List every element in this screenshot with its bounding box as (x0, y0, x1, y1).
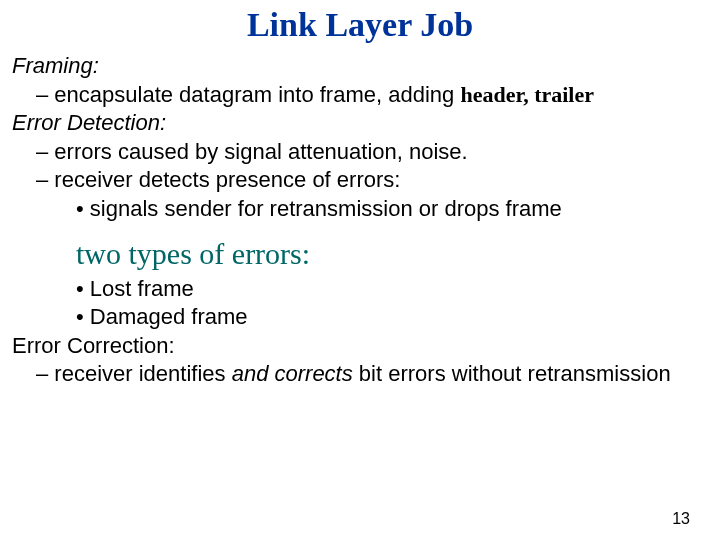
error-correction-italic: and corrects (232, 361, 353, 386)
framing-heading: Framing: (12, 52, 708, 81)
error-correction-suffix: bit errors without retransmission (353, 361, 671, 386)
error-types-item2: Damaged frame (92, 303, 708, 332)
slide-title: Link Layer Job (0, 6, 720, 44)
error-detection-bullet1: errors caused by signal attenuation, noi… (54, 138, 708, 167)
framing-bullet-bold: header, trailer (460, 82, 594, 107)
error-types-item1: Lost frame (92, 275, 708, 304)
page-number: 13 (672, 510, 690, 528)
framing-bullet-text: encapsulate datagram into frame, adding (54, 82, 460, 107)
framing-bullet: encapsulate datagram into frame, adding … (54, 81, 708, 110)
error-correction-bullet: receiver identifies and corrects bit err… (54, 360, 708, 389)
error-detection-bullet2: receiver detects presence of errors: (54, 166, 708, 195)
error-detection-sub1: signals sender for retransmission or dro… (92, 195, 708, 224)
slide-body: Framing: encapsulate datagram into frame… (0, 44, 720, 389)
error-detection-heading: Error Detection: (12, 109, 708, 138)
slide: Link Layer Job Framing: encapsulate data… (0, 6, 720, 540)
error-types-heading: two types of errors: (76, 234, 708, 273)
error-correction-prefix: receiver identifies (54, 361, 231, 386)
error-correction-heading: Error Correction: (12, 332, 708, 361)
